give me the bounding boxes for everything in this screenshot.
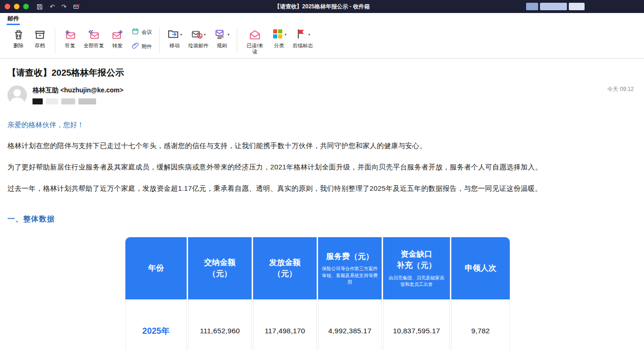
cell-paid: 111,652,960 [188,299,252,350]
flag-icon [295,28,307,42]
calendar-icon [131,27,139,37]
ribbon-tabs: 邮件 [0,13,644,25]
chevron-down-icon: ▾ [204,33,206,37]
save-icon[interactable] [36,3,43,10]
read-unread-icon [249,28,261,42]
sender-avatar[interactable] [7,85,27,105]
follow-up-button[interactable]: ▾ 后续标志 [290,26,315,50]
cell-gap-fill: 10,837,595.17 [383,299,450,350]
read-unread-button[interactable]: 已读/未读 [242,26,268,55]
junk-button[interactable]: ▾ 垃圾邮件 [186,26,211,50]
attachment-button[interactable]: 附件 [129,40,155,53]
categories-grid-icon [272,28,284,42]
table-header-paid: 交纳金额 （元） [188,237,252,299]
email-timestamp: 今天 09:12 [607,85,634,93]
section-title: 一、整体数据 [7,214,636,224]
reply-all-button[interactable]: 全部答复 [81,26,106,50]
redacted-titlebar-area [526,3,585,10]
table-header-row: 年份 交纳金额 （元） 发放金额 （元） 服务费（元） 保险公司等合作第三方案件… [125,237,510,299]
annual-report-table: 年份 交纳金额 （元） 发放金额 （元） 服务费（元） 保险公司等合作第三方案件… [125,237,510,350]
zoom-button[interactable] [23,4,29,9]
move-button[interactable]: ▾ 移动 [164,26,185,50]
chevron-down-icon: ▾ [308,33,310,37]
categorize-button[interactable]: ▾ 分类 [269,26,289,50]
table-header-claims: 申领人次 [451,237,510,299]
reply-button[interactable]: 答复 [60,26,80,50]
forward-button[interactable]: 转发 [107,26,128,50]
email-greeting: 亲爱的格林伙伴，您好！ [7,121,636,130]
ribbon-toolbar: 删除 存档 答复 全部 [0,25,644,58]
chevron-down-icon: ▾ [228,33,229,37]
meeting-button[interactable]: 会议 [129,26,155,39]
trash-icon [13,28,25,42]
delete-button[interactable]: 删除 [8,26,29,50]
minimize-button[interactable] [14,4,20,9]
table-header-year: 年份 [125,237,187,299]
cell-claims: 9,782 [451,299,510,350]
body-paragraph: 格林计划在您的陪伴与支持下已走过十七个年头，感谢您的信任与支持，让我们能携手数十… [7,141,636,151]
archive-button[interactable]: 存档 [30,26,50,50]
table-header-gap-fill: 资金缺口 补充（元） 由贝壳集团、贝壳及链家高管和老员工出资 [383,237,450,299]
table-header-service-fee: 服务费（元） 保险公司等合作第三方案件审核、客服及系统支持等费用 [318,237,382,299]
email-reading-pane: 【请查收】2025格林年报公示 格林互助 <huzhujin@ke.com> 今… [0,58,644,350]
body-paragraph: 过去一年，格林计划共帮助了近万个家庭，发放资金超1.17亿元，秉承着自愿、透明、… [7,183,636,194]
chevron-down-icon: ▾ [285,33,286,37]
table-header-granted: 发放金额 （元） [253,237,317,299]
window-titlebar: ↶ ↷ 【请查收】2025格林年报公示 - 收件箱 [0,0,644,13]
email-subject: 【请查收】2025格林年报公示 [7,67,636,79]
forward-envelope-icon [111,28,124,42]
table-row: 2025年 111,652,960 117,498,170 4,992,385.… [125,299,510,350]
close-button[interactable] [5,4,10,9]
sender-name[interactable]: 格林互助 <huzhujin@ke.com> [33,86,124,95]
reply-envelope-icon [64,28,76,42]
redo-icon[interactable]: ↷ [61,3,66,10]
rules-button[interactable]: ▾ 规则 [212,26,232,50]
window-controls [5,4,29,9]
undo-icon[interactable]: ↶ [50,3,55,10]
mail-sync-icon[interactable] [73,3,80,10]
redacted-recipient-area [33,98,124,104]
cell-granted: 117,498,170 [253,299,317,350]
tab-mail[interactable]: 邮件 [7,13,20,25]
email-header: 格林互助 <huzhujin@ke.com> 今天 09:12 [7,85,636,110]
rules-icon [215,28,227,42]
cell-service-fee: 4,992,385.17 [318,299,382,350]
chevron-down-icon: ▾ [180,33,182,37]
body-paragraph: 为了更好帮助新居住行业服务者及其家庭成员，缓解因疾病或意外带来的经济压力，202… [7,162,636,172]
cell-year: 2025年 [125,299,187,350]
archive-icon [34,28,46,42]
reply-all-envelope-icon [88,28,100,42]
paperclip-icon [131,42,139,52]
junk-mail-icon [191,28,203,42]
move-folder-icon [167,28,179,42]
